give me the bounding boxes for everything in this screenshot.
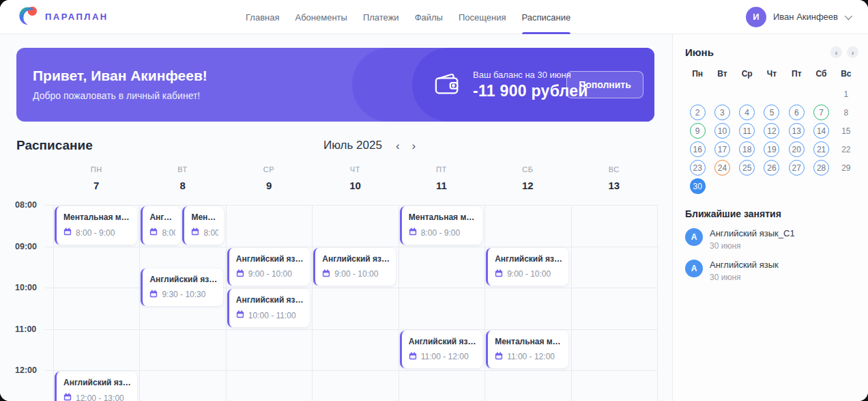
- mini-calendar-cell: 6: [784, 104, 809, 121]
- event-card[interactable]: Ментальная математика8:00 - 9:00: [182, 206, 224, 245]
- topup-button[interactable]: Пополнить: [566, 71, 643, 98]
- event-title: Ментальная математика: [409, 212, 477, 222]
- mini-calendar-cell: 5: [760, 104, 784, 121]
- upcoming-lesson-item[interactable]: ААнглийский язык_С130 июня: [685, 228, 858, 251]
- mini-calendar-empty: [710, 85, 734, 102]
- event-card[interactable]: Английский язык_С19:00 - 10:00: [227, 248, 310, 286]
- nav-item-subscriptions[interactable]: Абонементы: [295, 0, 347, 34]
- mini-calendar-day[interactable]: 22: [838, 141, 854, 157]
- mini-calendar-day[interactable]: 21: [813, 141, 829, 157]
- event-card[interactable]: Английский язык9:00 - 10:00: [313, 248, 396, 286]
- mini-calendar-day[interactable]: 30: [690, 178, 706, 194]
- calendar-icon: [322, 269, 330, 279]
- mini-calendar-day[interactable]: 28: [813, 160, 829, 176]
- mini-calendar-cell: 27: [784, 159, 809, 176]
- event-title: Ментальная математика: [63, 212, 132, 222]
- mini-calendar-day[interactable]: 6: [789, 105, 805, 120]
- event-time-text: 8:00 - 9:00: [421, 228, 460, 238]
- greeting-subtitle: Добро пожаловать в личный кабинет!: [33, 90, 207, 101]
- event-card[interactable]: Английский язык8:00 - 9:00: [141, 206, 181, 245]
- mini-calendar-day[interactable]: 23: [690, 160, 706, 176]
- event-card[interactable]: Ментальная математика8:00 - 9:00: [55, 206, 137, 245]
- event-card[interactable]: Ментальная математика8:00 - 9:00: [400, 206, 482, 245]
- mini-calendar-day[interactable]: 29: [838, 160, 854, 176]
- event-time: 9:00 - 10:00: [322, 269, 390, 279]
- mini-calendar-day[interactable]: 19: [764, 141, 779, 157]
- nav-item-schedule[interactable]: Расписание: [522, 0, 571, 34]
- lesson-title: Английский язык: [710, 260, 779, 270]
- event-card[interactable]: Ментальная математика11:00 - 12:00: [486, 331, 568, 369]
- mini-calendar-day[interactable]: 1: [838, 86, 854, 102]
- mini-calendar-cell: 17: [710, 141, 734, 158]
- mini-calendar-day[interactable]: 11: [739, 123, 755, 139]
- event-title: Ментальная математика: [191, 212, 218, 222]
- mini-calendar-day[interactable]: 2: [690, 105, 706, 120]
- mini-calendar-day[interactable]: 13: [789, 123, 805, 139]
- nav-item-files[interactable]: Файлы: [415, 0, 443, 34]
- day-date-label: 9: [226, 180, 312, 191]
- day-of-week-label: ЧТ: [312, 165, 398, 174]
- mini-calendar-day[interactable]: 27: [789, 160, 805, 176]
- lesson-date: 30 июня: [710, 241, 795, 251]
- mini-calendar-day[interactable]: 24: [714, 160, 730, 176]
- mini-calendar-cell: 19: [760, 141, 784, 158]
- mini-calendar-day[interactable]: 16: [690, 141, 706, 157]
- event-card[interactable]: Английский язык_С19:30 - 10:30: [141, 268, 223, 307]
- mini-calendar-day[interactable]: 15: [838, 123, 854, 139]
- event-card[interactable]: Английский язык11:00 - 12:00: [400, 331, 482, 369]
- nav-item-visits[interactable]: Посещения: [459, 0, 506, 34]
- mini-calendar-day[interactable]: 4: [739, 105, 755, 120]
- event-time: 8:00 - 9:00: [191, 227, 218, 238]
- mini-calendar-day[interactable]: 20: [789, 141, 805, 157]
- mini-prev-month-icon[interactable]: ‹: [830, 46, 842, 58]
- mini-calendar-empty: [685, 85, 710, 102]
- mini-calendar-cell: 2: [685, 104, 710, 121]
- event-time-text: 9:00 - 10:00: [248, 269, 292, 279]
- calendar-icon: [149, 290, 158, 300]
- day-date-label: 12: [484, 180, 570, 191]
- paraplan-logo-icon: [18, 5, 40, 29]
- nav-item-payments[interactable]: Платежи: [363, 0, 399, 34]
- mini-calendar-day[interactable]: 10: [714, 123, 730, 139]
- mini-calendar-day[interactable]: 17: [714, 141, 730, 157]
- time-label: 11:00: [15, 324, 44, 334]
- mini-calendar-cell: 28: [809, 159, 833, 176]
- mini-calendar-day[interactable]: 26: [764, 160, 779, 176]
- mini-calendar-day[interactable]: 5: [764, 105, 779, 120]
- event-title: Ментальная математика: [495, 337, 563, 346]
- day-date-label: 8: [139, 180, 225, 191]
- mini-calendar-cell: 15: [834, 122, 858, 139]
- mini-next-month-icon[interactable]: ›: [847, 46, 858, 58]
- grid-line: [45, 329, 657, 330]
- user-menu[interactable]: И Иван Акинфеев: [746, 7, 850, 27]
- event-title: Английский язык: [149, 212, 175, 222]
- grid-line: [571, 205, 572, 401]
- mini-calendar-day[interactable]: 14: [813, 123, 829, 139]
- event-card[interactable]: Английский язык_С112:00 - 13:00: [55, 372, 137, 401]
- event-card[interactable]: Английский язык9:00 - 10:00: [486, 248, 568, 286]
- mini-calendar-day[interactable]: 9: [690, 123, 706, 139]
- mini-calendar-day[interactable]: 8: [838, 105, 854, 120]
- mini-calendar-day[interactable]: 25: [739, 160, 755, 176]
- brand-name: ПАРАПЛАН: [45, 12, 108, 22]
- grid-line: [657, 205, 658, 401]
- grid-line: [484, 205, 485, 401]
- user-name: Иван Акинфеев: [773, 12, 838, 22]
- nav-item-home[interactable]: Главная: [246, 0, 279, 34]
- day-header: ВТ8: [139, 165, 225, 191]
- mini-calendar-day[interactable]: 12: [764, 123, 779, 139]
- upcoming-lesson-item[interactable]: ААнглийский язык30 июня: [685, 260, 858, 282]
- grid-line: [45, 370, 657, 371]
- next-month-icon[interactable]: ›: [409, 140, 419, 152]
- mini-calendar-empty: [735, 85, 760, 102]
- logo-link[interactable]: ПАРАПЛАН: [18, 5, 108, 29]
- prev-month-icon[interactable]: ‹: [393, 140, 403, 152]
- mini-calendar-day[interactable]: 18: [739, 141, 755, 157]
- event-time-text: 9:30 - 10:30: [162, 290, 205, 299]
- mini-calendar-day[interactable]: 3: [714, 105, 730, 120]
- mini-calendar-day[interactable]: 7: [813, 105, 829, 120]
- event-card[interactable]: Английский язык_С110:00 - 11:00: [227, 289, 310, 327]
- day-header: ЧТ10: [312, 165, 398, 191]
- mini-weekday-label: Пн: [685, 69, 710, 79]
- time-label: 08:00: [15, 200, 44, 210]
